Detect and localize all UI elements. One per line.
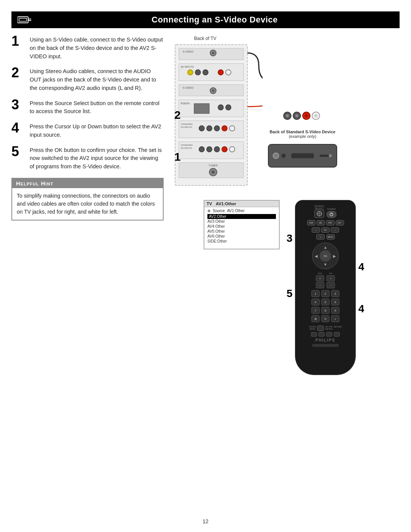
vol-minus-btn[interactable]: −	[316, 282, 324, 288]
num-0[interactable]: 0	[321, 315, 330, 322]
page-number: 12	[202, 518, 209, 524]
svg-point-8	[212, 52, 214, 54]
source-row-side: SIDE:Other	[207, 239, 276, 244]
source-icon: ⊕	[207, 209, 210, 213]
return-label: RETURN	[334, 326, 342, 331]
function-buttons-row: SUB MK PRF EXT	[307, 220, 344, 225]
ok-btn[interactable]: OK	[320, 250, 331, 262]
svg-point-61	[329, 154, 332, 157]
ch-group: CH + −	[327, 272, 335, 288]
power-btn[interactable]	[327, 211, 336, 218]
svg-point-44	[212, 171, 215, 174]
btn-sub[interactable]: SUB	[307, 220, 315, 225]
svg-point-31	[222, 126, 227, 131]
btn-b1[interactable]	[311, 332, 317, 337]
step-2-text: Using Stereo Audio cables, connect to th…	[30, 67, 164, 92]
svg-rect-1	[19, 18, 27, 21]
vol-plus-btn[interactable]: +	[316, 275, 324, 281]
num-7[interactable]: 7	[311, 307, 320, 314]
btn-prf[interactable]: PRF	[326, 220, 335, 225]
nav-pad[interactable]: OK ▲ ▼ ◀ ▶	[312, 243, 339, 269]
remote-source-area: TV AV1:Other ⊕ Source AV1:Other AV2:Othe…	[215, 200, 356, 375]
source-menu-av-label: AV1:Other	[216, 201, 236, 206]
num-asterisk[interactable]: ⊕	[311, 315, 320, 322]
step-3-number: 3	[11, 98, 25, 112]
remote-body: SOURCESELECT POWER	[295, 200, 356, 375]
remote-top-buttons: SOURCESELECT POWER	[307, 205, 344, 233]
source-select-group[interactable]: SOURCESELECT	[314, 205, 324, 218]
tv-back-svg: S-VIDEO AV INPUTS S-VIDEO	[171, 43, 263, 195]
power-icon	[329, 212, 334, 217]
step-2: 2 Using Stereo Audio cables, connect to …	[11, 67, 164, 92]
back-menu-row: ◁ MENU	[316, 234, 335, 240]
svg-text:RGB/AV: RGB/AV	[181, 102, 190, 105]
source-select-icon	[316, 211, 322, 217]
num-8[interactable]: 8	[321, 307, 330, 314]
right-devices-area: Back of Standard S-Video Device (example…	[266, 104, 339, 169]
source-menu-body: ⊕ Source AV1:Other AV2:Other AV3:Other A…	[204, 207, 279, 245]
btn-menu[interactable]: MENU	[327, 234, 335, 240]
svg-text:1: 1	[174, 150, 181, 163]
num-2[interactable]: 2	[321, 290, 330, 297]
vol-ch-section: VOL + − CH + −	[316, 272, 335, 288]
page-title: Connecting an S-Video Device	[36, 15, 393, 25]
svg-point-57	[274, 154, 277, 157]
svg-point-12	[195, 70, 201, 75]
source-select-btn[interactable]	[314, 209, 324, 218]
ch-minus-btn[interactable]: −	[327, 282, 335, 288]
step-4: 4 Press the Cursor Up or Down button to …	[11, 123, 164, 139]
btn-back[interactable]: ◁	[316, 234, 325, 240]
svg-text:STANDARD/: STANDARD/	[181, 123, 193, 125]
remote-control-area: 3 4 5 4 SOURCESELECT	[295, 200, 356, 375]
num-hash[interactable]: •	[331, 315, 339, 322]
btn-ch-plus[interactable]: +	[312, 227, 320, 233]
bottom-buttons-row1: SOUNDMODE AD THESWITCH RETURN	[309, 326, 342, 331]
source-row-av4: AV4:Other	[207, 224, 276, 229]
page-header: Connecting an S-Video Device	[11, 11, 400, 28]
svg-point-14	[218, 70, 223, 75]
btn-ext[interactable]: EXT	[336, 220, 344, 225]
right-column: Back of TV S-VIDEO AV INPUTS	[171, 36, 400, 375]
function-buttons-row2: + RC −	[312, 227, 339, 233]
step-5: 5 Press the OK button to confirm your ch…	[11, 146, 164, 171]
svg-point-58	[281, 153, 286, 158]
step-1-number: 1	[11, 34, 25, 48]
svg-point-15	[226, 70, 231, 75]
svg-point-23	[218, 105, 223, 110]
num-6[interactable]: 6	[331, 299, 339, 305]
cursor-down-arrow: ▼	[323, 262, 327, 267]
btn-ok[interactable]: MK	[317, 220, 325, 225]
btn-sound[interactable]	[317, 326, 324, 331]
tv-back-area: Back of TV S-VIDEO AV INPUTS	[171, 36, 263, 196]
btn-ch-minus[interactable]: −	[331, 227, 339, 233]
ad-label: AD THESWITCH	[325, 326, 333, 331]
power-label: POWER	[327, 208, 336, 210]
num-3[interactable]: 3	[331, 290, 339, 297]
svg-point-38	[214, 147, 220, 152]
svg-text:HD INPUTS: HD INPUTS	[181, 147, 192, 149]
btn-b2[interactable]	[319, 332, 325, 337]
svg-text:2: 2	[174, 109, 181, 121]
ch-plus-btn[interactable]: +	[327, 275, 335, 281]
btn-b3[interactable]	[326, 332, 332, 337]
num-1[interactable]: 1	[311, 290, 320, 297]
step-2-number: 2	[11, 66, 25, 80]
btn-rc[interactable]: RC	[321, 227, 330, 233]
cursor-right-arrow: ▶	[333, 254, 336, 258]
nav-section: ◁ MENU OK ▲ ▼ ◀ ▶	[312, 234, 339, 271]
source-row-av5: AV5:Other	[207, 229, 276, 234]
svg-text:S-VIDEO: S-VIDEO	[183, 50, 194, 53]
step-3-text: Press the Source Select button on the re…	[30, 99, 164, 116]
num-5[interactable]: 5	[321, 299, 330, 305]
philips-logo: PHILIPS	[315, 338, 335, 342]
svg-point-29	[207, 126, 212, 131]
step-4-bottom-overlay: 4	[358, 303, 364, 315]
svg-text:TUNER: TUNER	[209, 164, 218, 167]
btn-b4[interactable]	[334, 332, 340, 337]
step-4-number: 4	[11, 121, 25, 135]
device-label-main: Back of Standard S-Video Device	[270, 129, 336, 134]
num-9[interactable]: 9	[331, 307, 339, 314]
num-4[interactable]: 4	[311, 299, 320, 305]
svg-point-30	[214, 126, 220, 131]
main-content: 1 Using an S-Video cable, connect to the…	[11, 28, 400, 375]
